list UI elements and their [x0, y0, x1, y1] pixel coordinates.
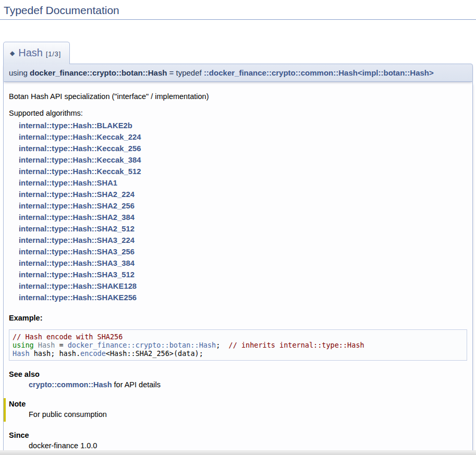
code-link-hash[interactable]: Hash	[13, 349, 30, 358]
since-text: docker-finance 1.0.0	[29, 441, 467, 450]
note-text: For public consumption	[29, 410, 467, 419]
member-tab: ◆Hash[1/3]	[3, 42, 70, 64]
example-label: Example:	[9, 314, 467, 322]
code-keyword: using	[13, 341, 34, 349]
code-comment: // Hash encode with SHA256	[13, 333, 123, 341]
algorithm-link[interactable]: internal::type::Hash::BLAKE2b	[19, 120, 467, 131]
typedef-member-hash: ◆Hash[1/3] using docker_finance::crypto:…	[3, 42, 473, 455]
code-comment-inherits: // inherits internal::type::Hash	[229, 341, 364, 349]
algorithm-link[interactable]: internal::type::Hash::Keccak_384	[19, 154, 467, 166]
proto-aliased-type-link[interactable]: ::docker_finance::crypto::common::Hash<i…	[204, 68, 434, 77]
algorithm-link[interactable]: internal::type::Hash::SHA2_512	[19, 223, 467, 235]
permalink-diamond-icon[interactable]: ◆	[10, 50, 15, 57]
code-text-tail: <Hash::SHA2_256>(data);	[106, 349, 203, 358]
see-also-label: See also	[9, 370, 467, 378]
code-link-encode[interactable]: encode	[80, 349, 106, 358]
algorithm-link[interactable]: internal::type::Hash::SHA2_384	[19, 212, 467, 223]
algorithm-link[interactable]: internal::type::Hash::SHAKE128	[19, 280, 467, 292]
brief-description: Botan Hash API specialization ("interfac…	[9, 92, 467, 101]
algorithm-link[interactable]: internal::type::Hash::Keccak_224	[19, 131, 467, 143]
algorithm-link[interactable]: internal::type::Hash::Keccak_256	[19, 143, 467, 154]
code-link-botan-hash[interactable]: docker_finance::crypto::botan::Hash	[68, 341, 216, 349]
code-operator: =	[55, 341, 67, 349]
see-also-link[interactable]: crypto::common::Hash	[29, 380, 112, 389]
algorithm-link[interactable]: internal::type::Hash::SHA2_256	[19, 200, 467, 212]
member-prototype: using docker_finance::crypto::botan::Has…	[3, 64, 473, 82]
since-section: Since docker-finance 1.0.0	[9, 431, 467, 450]
member-overload-index: [1/3]	[46, 51, 61, 58]
algorithm-link[interactable]: internal::type::Hash::SHA2_224	[19, 189, 467, 200]
member-title: Hash	[18, 47, 43, 58]
footer-divider-band	[0, 450, 476, 455]
note-section: Note For public consumption	[4, 398, 467, 422]
see-also-suffix: for API details	[112, 380, 161, 389]
since-label: Since	[9, 431, 467, 439]
code-punctuation: ;	[216, 341, 228, 349]
section-title: Typedef Documentation	[0, 3, 476, 20]
algorithm-link[interactable]: internal::type::Hash::SHA3_384	[19, 257, 467, 269]
proto-equals: = typedef	[167, 68, 203, 77]
proto-prefix: using	[9, 68, 30, 77]
note-label: Note	[9, 400, 467, 408]
see-also-section: See also crypto::common::Hash for API de…	[9, 370, 467, 389]
algorithm-link[interactable]: internal::type::Hash::SHA3_224	[19, 235, 467, 246]
algorithm-link[interactable]: internal::type::Hash::SHA3_512	[19, 269, 467, 280]
algorithm-link[interactable]: internal::type::Hash::SHA3_256	[19, 246, 467, 257]
code-fragment: // Hash encode with SHA256 using Hash = …	[9, 329, 467, 361]
proto-typedef-name: docker_finance::crypto::botan::Hash	[30, 68, 167, 77]
algorithm-link[interactable]: internal::type::Hash::SHAKE256	[19, 292, 467, 303]
algorithm-link[interactable]: internal::type::Hash::SHA1	[19, 177, 467, 189]
algorithm-list: internal::type::Hash::BLAKE2b internal::…	[19, 120, 467, 303]
code-type-token: Hash	[34, 341, 55, 349]
algorithm-link[interactable]: internal::type::Hash::Keccak_512	[19, 166, 467, 177]
member-documentation: Botan Hash API specialization ("interfac…	[3, 82, 473, 455]
supported-algorithms-label: Supported algorithms:	[9, 109, 467, 117]
code-text: hash; hash.	[30, 349, 81, 358]
